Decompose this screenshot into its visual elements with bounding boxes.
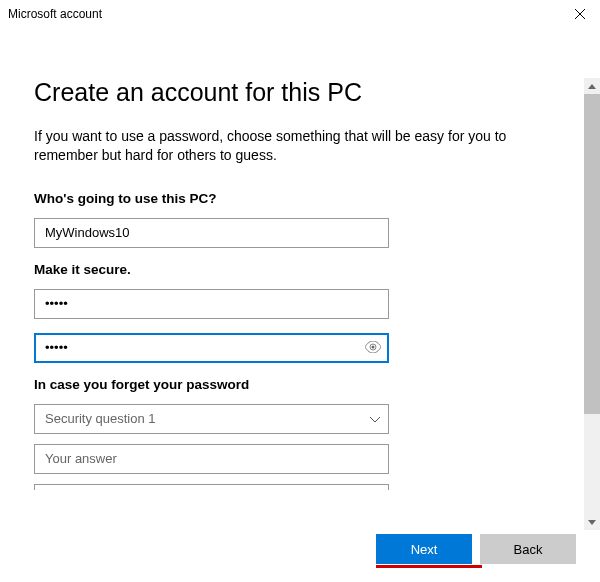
window-titlebar: Microsoft account	[0, 0, 600, 28]
username-input[interactable]	[34, 218, 389, 248]
secure-section-label: Make it secure.	[34, 262, 566, 277]
svg-point-2	[372, 345, 375, 348]
security-answer-input[interactable]: Your answer	[34, 444, 389, 474]
next-field-partial[interactable]	[34, 484, 389, 490]
window-title: Microsoft account	[8, 7, 102, 21]
user-section-label: Who's going to use this PC?	[34, 191, 566, 206]
back-button[interactable]: Back	[480, 534, 576, 564]
password-input[interactable]	[34, 289, 389, 319]
close-icon[interactable]	[566, 0, 594, 28]
reveal-password-icon[interactable]	[365, 340, 381, 356]
page-title: Create an account for this PC	[34, 78, 566, 107]
svg-marker-4	[588, 520, 596, 525]
password-wrapper	[34, 289, 389, 319]
scrollbar[interactable]	[584, 78, 600, 530]
annotation-underline	[376, 565, 482, 568]
chevron-down-icon	[370, 412, 380, 426]
password-confirm-wrapper	[34, 333, 389, 363]
security-answer-placeholder: Your answer	[45, 451, 117, 466]
button-bar: Next Back	[376, 534, 576, 564]
scroll-content: Create an account for this PC If you wan…	[0, 28, 600, 490]
scrollbar-up-icon[interactable]	[584, 78, 600, 94]
scrollbar-down-icon[interactable]	[584, 514, 600, 530]
scrollbar-thumb[interactable]	[584, 94, 600, 414]
content-area: Create an account for this PC If you wan…	[0, 28, 600, 528]
forgot-section-label: In case you forget your password	[34, 377, 566, 392]
security-question-select[interactable]: Security question 1	[34, 404, 389, 434]
password-confirm-input[interactable]	[34, 333, 389, 363]
next-button[interactable]: Next	[376, 534, 472, 564]
security-question-value: Security question 1	[45, 411, 156, 426]
intro-text: If you want to use a password, choose so…	[34, 127, 566, 165]
svg-marker-3	[588, 84, 596, 89]
